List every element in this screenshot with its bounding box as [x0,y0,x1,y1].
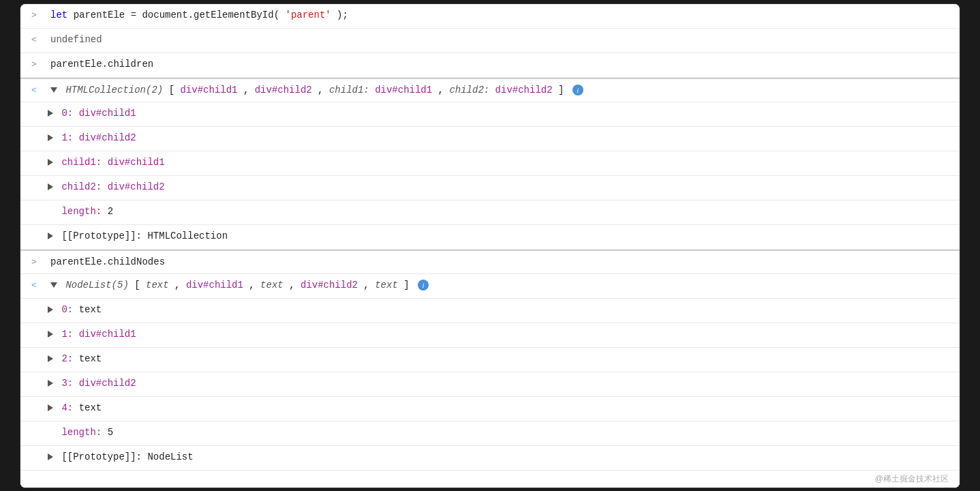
key-6g: [[Prototype]]: NodeList [61,451,193,462]
arrow-6: < [31,278,50,293]
val-4a: div#child1 [79,108,136,119]
tree-row-6b: 1: div#child1 [20,323,960,348]
row-content-2: undefined [50,33,949,47]
tree-row-4f: [[Prototype]]: HTMLCollection [20,225,960,250]
tree-content-4a: 0: div#child1 [48,106,949,121]
tree-content-6g: [[Prototype]]: NodeList [48,450,949,464]
nl-div2: div#child2 [301,280,358,291]
console-window: > let parentEle = document.getElementByI… [20,3,960,488]
val-4d: div#child2 [108,181,165,192]
tree-content-4b: 1: div#child2 [48,131,949,145]
code-text2: ); [337,10,348,20]
tree-content-4d: child2: div#child2 [48,180,949,194]
key-6b: 1: [61,329,78,340]
val-child1: div#child1 [375,85,432,95]
nl-div1: div#child1 [186,280,243,291]
nodelist-name: NodeList(5) [65,280,128,291]
key-4c: child1: [61,157,107,168]
tree-content-4c: child1: div#child1 [48,155,949,170]
tri-6c[interactable] [48,355,53,362]
nl-comma2: , [249,280,260,291]
undefined-text: undefined [50,34,102,45]
nl-comma1: , [174,280,186,291]
tri-4f[interactable] [48,233,53,239]
tree-row-4b: 1: div#child2 [20,127,960,151]
tri-6a[interactable] [48,306,53,313]
key-4f: [[Prototype]]: HTMLCollection [61,230,228,241]
code-children: parentEle.children [50,59,153,70]
val-6b: div#child1 [79,329,136,340]
bracket-close: ] [558,85,564,95]
nl-bracket-open: [ [134,280,140,291]
val-4e: 2 [108,206,113,217]
expand-icon-6[interactable] [50,282,57,288]
val-4c: div#child1 [108,157,165,168]
collection-name: HTMLCollection(2) [65,85,163,95]
console-row-2: < undefined [20,29,960,53]
row-content-4: HTMLCollection(2) [ div#child1 , div#chi… [50,83,949,98]
tree-row-6c: 2: text [20,348,960,372]
val-6a: text [79,304,102,315]
tree-content-6e: 4: text [48,401,949,415]
tri-6d[interactable] [48,380,53,387]
info-icon-6[interactable]: i [418,280,429,291]
tree-content-6b: 1: div#child1 [48,327,949,342]
tri-6e[interactable] [48,404,53,411]
watermark: @稀土掘金技术社区 [20,471,960,488]
comma2: , [318,85,329,95]
row-content-5: parentEle.childNodes [50,255,949,269]
tri-4d[interactable] [48,183,53,190]
key-6e: 4: [61,402,78,413]
nl-text2: text [260,280,284,291]
tri-6g[interactable] [48,453,53,460]
item-div2: div#child2 [255,85,312,95]
tree-row-6e: 4: text [20,397,960,421]
tree-content-6f: length: 5 [48,426,949,440]
comma3: , [438,85,450,95]
key-child2: child2: [449,85,489,95]
key-4a: 0: [61,108,78,119]
code-text: parentEle = document.getElementById( [74,10,279,20]
info-icon-4[interactable]: i [572,85,583,95]
row-content-6: NodeList(5) [ text , div#child1 , text ,… [50,278,949,293]
nl-comma3: , [289,280,301,291]
nl-bracket-close: ] [403,280,409,291]
tree-content-6a: 0: text [48,303,949,317]
arrow-4: < [31,83,50,98]
key-child1: child1: [329,85,369,95]
tree-row-6a: 0: text [20,299,960,323]
nl-text1: text [146,280,169,291]
keyword-let: let [50,10,67,20]
key-6a: 0: [61,304,78,315]
console-row-4: < HTMLCollection(2) [ div#child1 , div#c… [20,78,960,102]
val-child2: div#child2 [495,85,553,95]
item-div1: div#child1 [180,85,237,95]
tri-4a[interactable] [48,110,53,117]
tree-row-4c: child1: div#child1 [20,151,960,176]
key-6f: length: [61,427,107,438]
val-6f: 5 [108,427,113,438]
row-content-1: let parentEle = document.getElementById(… [50,8,949,23]
val-6c: text [79,353,102,364]
key-4b: 1: [61,132,78,143]
row-content-3: parentEle.children [50,57,949,72]
arrow-2: < [31,33,50,47]
tree-row-6g: [[Prototype]]: NodeList [20,446,960,471]
expand-icon-4[interactable] [50,87,57,93]
console-row-6: < NodeList(5) [ text , div#child1 , text… [20,274,960,299]
tri-4c[interactable] [48,159,53,166]
console-row-5: > parentEle.childNodes [20,250,960,274]
arrow-3: > [31,57,50,72]
arrow-5: > [31,255,50,269]
comma1: , [243,85,255,95]
tree-row-4d: child2: div#child2 [20,176,960,200]
tri-4b[interactable] [48,134,53,141]
val-4b: div#child2 [79,132,136,143]
key-6d: 3: [61,378,78,389]
key-4d: child2: [61,181,107,192]
arrow-1: > [31,8,50,23]
tri-6b[interactable] [48,331,53,338]
tree-content-4e: length: 2 [48,205,949,219]
bracket-open: [ [169,85,174,95]
tree-content-6d: 3: div#child2 [48,376,949,391]
